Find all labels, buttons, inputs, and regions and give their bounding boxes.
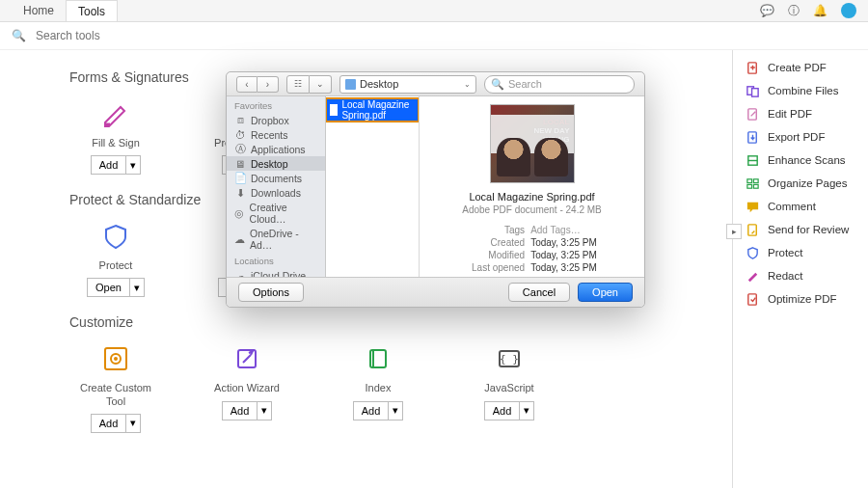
bell-icon[interactable]: 🔔 bbox=[813, 4, 827, 17]
rightpane-combine-files[interactable]: Combine Files bbox=[745, 79, 860, 102]
app-topbar: Home Tools 💬 ⓘ 🔔 bbox=[0, 0, 868, 22]
shield-icon bbox=[98, 219, 133, 254]
pdf-file-icon bbox=[330, 104, 338, 116]
optimize-icon bbox=[745, 291, 760, 307]
sidebar-label: Documents bbox=[251, 173, 302, 184]
main-tabs: Home Tools bbox=[12, 0, 118, 21]
meta-key: Tags bbox=[467, 225, 525, 235]
tool-fill-sign[interactable]: Fill & Sign Add ▾ bbox=[69, 96, 162, 175]
options-button[interactable]: Options bbox=[238, 283, 304, 302]
index-icon bbox=[361, 341, 395, 376]
tool-open-button[interactable]: Open bbox=[87, 278, 130, 297]
rightpane-comment[interactable]: Comment bbox=[745, 195, 860, 218]
svg-rect-19 bbox=[753, 178, 758, 182]
tool-action-wizard[interactable]: Action Wizard Add ▾ bbox=[201, 341, 293, 432]
sidebar-header: Favorites bbox=[227, 96, 325, 113]
tool-add-button[interactable]: Add bbox=[91, 414, 127, 433]
rightpane-export-pdf[interactable]: Export PDF bbox=[745, 125, 860, 149]
tool-dropdown-button[interactable]: ▾ bbox=[126, 155, 141, 175]
pane-collapse-icon[interactable]: ▸ bbox=[726, 224, 742, 239]
meta-value[interactable]: Add Tags… bbox=[530, 225, 597, 235]
edit-icon bbox=[745, 106, 760, 122]
rightpane-label: Redact bbox=[768, 270, 802, 282]
tool-index[interactable]: Index Add ▾ bbox=[332, 341, 424, 432]
rightpane-organize-pages[interactable]: Organize Pages bbox=[745, 172, 860, 195]
rightpane-send-for-review[interactable]: Send for Review bbox=[745, 218, 860, 241]
tool-protect[interactable]: Protect Open ▾ bbox=[69, 219, 162, 297]
location-label: Desktop bbox=[360, 78, 398, 90]
sidebar-item-dropbox[interactable]: ⧈Dropbox bbox=[227, 113, 325, 127]
tool-dropdown-button[interactable]: ▾ bbox=[130, 278, 145, 297]
svg-rect-14 bbox=[751, 88, 758, 95]
sidebar-item-applications[interactable]: ⒶApplications bbox=[227, 142, 325, 156]
rightpane-protect[interactable]: Protect bbox=[745, 241, 860, 264]
avatar[interactable] bbox=[841, 3, 856, 18]
apps-icon: Ⓐ bbox=[234, 144, 246, 155]
sidebar-item-creative-cloud-[interactable]: ◎Creative Cloud… bbox=[227, 200, 325, 226]
dropdown-caret-icon[interactable]: ⌄ bbox=[310, 75, 332, 94]
tool-add-button[interactable]: Add bbox=[91, 155, 127, 175]
dialog-sidebar: Favorites⧈Dropbox⏱RecentsⒶApplications🖥D… bbox=[227, 96, 326, 277]
sidebar-label: Applications bbox=[251, 144, 306, 155]
braces-icon: { } bbox=[492, 341, 527, 376]
rightpane-enhance-scans[interactable]: Enhance Scans bbox=[745, 149, 860, 172]
review-icon bbox=[745, 222, 760, 237]
dialog-search[interactable]: 🔍 Search bbox=[484, 75, 635, 94]
tool-add-button[interactable]: Add bbox=[484, 401, 521, 420]
cancel-button[interactable]: Cancel bbox=[508, 283, 570, 302]
sidebar-item-icloud-drive[interactable]: ☁iCloud Drive bbox=[227, 268, 325, 277]
location-popup[interactable]: Desktop ⌄ bbox=[339, 75, 476, 94]
tool-action: Add ▾ bbox=[353, 401, 404, 420]
meta-key: Last opened bbox=[467, 262, 525, 273]
sidebar-item-onedrive-ad-[interactable]: ☁OneDrive - Ad… bbox=[227, 226, 325, 252]
chevron-updown-icon: ⌄ bbox=[464, 80, 471, 89]
sidebar-item-recents[interactable]: ⏱Recents bbox=[227, 127, 325, 142]
search-bar: 🔍 bbox=[0, 22, 868, 50]
tool-dropdown-button[interactable]: ▾ bbox=[258, 401, 272, 420]
gear-box-icon bbox=[98, 341, 133, 376]
svg-point-6 bbox=[114, 357, 118, 361]
rightpane-label: Combine Files bbox=[768, 85, 839, 96]
dialog-toolbar: ‹ › ☷ ⌄ Desktop ⌄ 🔍 Search bbox=[227, 72, 644, 96]
doc-icon: 📄 bbox=[234, 173, 246, 184]
search-input[interactable] bbox=[34, 28, 856, 43]
back-button[interactable]: ‹ bbox=[236, 76, 258, 93]
tab-home[interactable]: Home bbox=[12, 0, 66, 21]
tool-javascript[interactable]: { } JavaScript Add ▾ bbox=[463, 341, 556, 432]
chat-icon[interactable]: 💬 bbox=[760, 4, 774, 17]
tool-action: Add ▾ bbox=[91, 155, 142, 175]
forward-button[interactable]: › bbox=[258, 76, 279, 93]
dialog-search-placeholder: Search bbox=[508, 78, 542, 90]
preview-filename: Local Magazine Spring.pdf bbox=[469, 191, 594, 203]
tool-dropdown-button[interactable]: ▾ bbox=[389, 401, 403, 420]
tool-dropdown-button[interactable]: ▾ bbox=[126, 414, 141, 433]
column-view-icon[interactable]: ☷ bbox=[286, 75, 310, 94]
rightpane-optimize-pdf[interactable]: Optimize PDF bbox=[745, 287, 860, 311]
file-item-selected[interactable]: Local Magazine Spring.pdf bbox=[326, 98, 419, 122]
tool-add-button[interactable]: Add bbox=[222, 401, 258, 420]
help-icon[interactable]: ⓘ bbox=[788, 3, 800, 19]
sidebar-label: Downloads bbox=[251, 187, 301, 199]
dialog-view-toggle[interactable]: ☷ ⌄ bbox=[286, 75, 332, 94]
rightpane-edit-pdf[interactable]: Edit PDF bbox=[745, 102, 860, 125]
rightpane-label: Export PDF bbox=[768, 131, 825, 143]
svg-rect-18 bbox=[746, 178, 751, 182]
tool-label: Fill & Sign bbox=[92, 137, 140, 149]
export-icon bbox=[745, 129, 760, 145]
cloud-icon: ☁ bbox=[234, 233, 245, 245]
tab-tools[interactable]: Tools bbox=[66, 0, 118, 21]
rightpane-create-pdf[interactable]: Create PDF bbox=[745, 56, 860, 79]
svg-rect-20 bbox=[746, 184, 751, 188]
sidebar-item-desktop[interactable]: 🖥Desktop bbox=[227, 156, 325, 171]
tool-create-custom-tool[interactable]: Create Custom Tool Add ▾ bbox=[69, 341, 162, 432]
open-button[interactable]: Open bbox=[578, 283, 633, 302]
meta-key: Modified bbox=[467, 250, 525, 260]
tool-add-button[interactable]: Add bbox=[353, 401, 390, 420]
sidebar-item-documents[interactable]: 📄Documents bbox=[227, 171, 325, 185]
rightpane-redact[interactable]: Redact bbox=[745, 264, 860, 287]
svg-rect-23 bbox=[747, 293, 755, 304]
tool-dropdown-button[interactable]: ▾ bbox=[520, 401, 534, 420]
meta-key: Created bbox=[467, 237, 525, 248]
sidebar-item-downloads[interactable]: ⬇Downloads bbox=[227, 185, 325, 200]
file-open-dialog: ‹ › ☷ ⌄ Desktop ⌄ 🔍 Search Favorites⧈Dro… bbox=[226, 71, 645, 308]
